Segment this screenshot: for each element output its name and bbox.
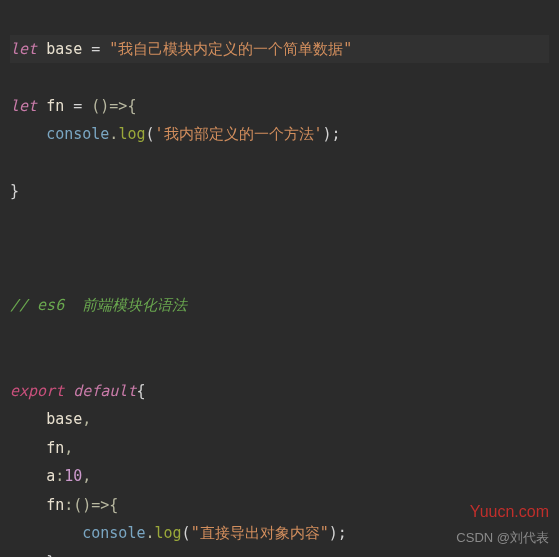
keyword-let: let: [10, 97, 37, 115]
code-line: let fn = ()=>{: [10, 97, 136, 115]
prop-key: fn: [46, 496, 64, 514]
paren-close: );: [329, 524, 347, 542]
string-literal: '我内部定义的一个方法': [155, 125, 323, 143]
comma: ,: [82, 467, 91, 485]
comment: // es6 前端模块化语法: [10, 296, 187, 314]
brace-open: {: [136, 382, 145, 400]
code-line: let base = "我自己模块内定义的一个简单数据": [10, 35, 549, 64]
code-line: a:10,: [10, 467, 91, 485]
code-line: fn,: [10, 439, 73, 457]
prop-key: fn: [46, 439, 64, 457]
method-log: log: [155, 524, 182, 542]
code-line: fn:()=>{: [10, 496, 118, 514]
brace-close: }: [10, 182, 19, 200]
code-line: }: [10, 182, 19, 200]
paren: (: [182, 524, 191, 542]
arrow-fn: ()=>{: [73, 496, 118, 514]
prop-key: base: [46, 410, 82, 428]
paren-close: );: [323, 125, 341, 143]
paren: (: [145, 125, 154, 143]
string-literal: "我自己模块内定义的一个简单数据": [109, 40, 352, 58]
identifier: base: [46, 40, 82, 58]
prop-key: a: [46, 467, 55, 485]
arrow-fn: ()=>{: [91, 97, 136, 115]
console-obj: console: [82, 524, 145, 542]
comma: ,: [82, 410, 91, 428]
operator: =: [91, 40, 100, 58]
code-line: // es6 前端模块化语法: [10, 296, 187, 314]
colon: :: [55, 467, 64, 485]
code-block: let base = "我自己模块内定义的一个简单数据" let fn = ()…: [10, 6, 549, 557]
operator: =: [73, 97, 82, 115]
keyword-let: let: [10, 40, 37, 58]
code-line: console.log("直接导出对象内容");: [10, 524, 347, 542]
identifier: fn: [46, 97, 64, 115]
brace-close: }: [46, 553, 55, 558]
string-literal: "直接导出对象内容": [191, 524, 329, 542]
watermark-author: CSDN @刘代表: [456, 526, 549, 551]
code-line: }: [10, 553, 55, 558]
code-line: base,: [10, 410, 91, 428]
method-log: log: [118, 125, 145, 143]
keyword-export: export: [10, 382, 64, 400]
code-line: export default{: [10, 382, 145, 400]
watermark-site: Yuucn.com: [470, 497, 549, 527]
keyword-default: default: [73, 382, 136, 400]
number-literal: 10: [64, 467, 82, 485]
console-obj: console: [46, 125, 109, 143]
dot: .: [145, 524, 154, 542]
comma: ,: [64, 439, 73, 457]
code-line: console.log('我内部定义的一个方法');: [10, 125, 341, 143]
colon: :: [64, 496, 73, 514]
